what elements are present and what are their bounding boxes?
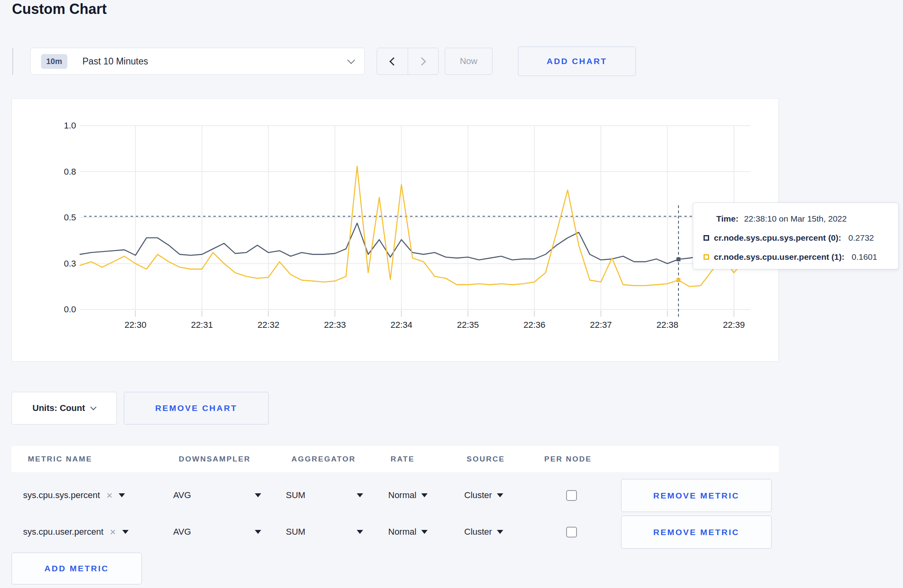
caret-down-icon (421, 493, 428, 497)
remove-metric-button[interactable]: REMOVE METRIC (621, 479, 772, 512)
toolbar-divider (12, 48, 13, 75)
add-chart-button[interactable]: ADD CHART (518, 47, 636, 76)
units-label: Units: Count (33, 403, 85, 413)
downsampler-value: AVG (173, 490, 191, 500)
col-header-rate: RATE (391, 446, 414, 472)
source-select[interactable]: Cluster (464, 514, 503, 550)
col-header-downsampler: DOWNSAMPLER (179, 446, 251, 472)
clear-icon[interactable]: × (110, 527, 116, 537)
source-value: Cluster (464, 490, 492, 500)
caret-down-icon (255, 530, 261, 534)
remove-chart-button[interactable]: REMOVE CHART (124, 392, 269, 424)
tooltip-series-value: 0.1601 (852, 252, 877, 262)
table-header: METRIC NAME DOWNSAMPLER AGGREGATOR RATE … (12, 446, 779, 472)
per-node-checkbox[interactable] (566, 527, 577, 537)
rate-select[interactable]: Normal (388, 477, 428, 514)
tooltip-series-name: cr.node.sys.cpu.user.percent (1): (714, 252, 844, 262)
col-header-metric-name: METRIC NAME (28, 446, 92, 472)
aggregator-value: SUM (286, 490, 305, 500)
caret-down-icon (497, 493, 503, 497)
metric-row: sys.cpu.user.percent × AVG SUM Normal Cl… (12, 514, 779, 550)
source-value: Cluster (464, 527, 492, 537)
metric-name-value: sys.cpu.user.percent (23, 527, 104, 537)
chevron-left-icon (389, 57, 398, 65)
chart-canvas[interactable] (12, 99, 779, 362)
chart-tooltip: Time: 22:38:10 on Mar 15th, 2022 cr.node… (693, 202, 899, 269)
metric-row: sys.cpu.sys.percent × AVG SUM Normal Clu… (12, 477, 779, 514)
chevron-right-icon (418, 57, 426, 65)
downsampler-select[interactable]: AVG (173, 477, 261, 514)
tooltip-time-label: Time: (716, 214, 739, 224)
downsampler-value: AVG (173, 527, 191, 537)
chevron-down-icon (347, 56, 355, 64)
tooltip-series-name: cr.node.sys.cpu.sys.percent (0): (714, 233, 841, 243)
add-metric-button[interactable]: ADD METRIC (12, 553, 142, 584)
metric-name-select[interactable]: sys.cpu.sys.percent × (23, 477, 125, 514)
caret-down-icon (119, 493, 125, 497)
per-node-checkbox[interactable] (566, 490, 577, 501)
caret-down-icon (122, 530, 129, 534)
metric-name-value: sys.cpu.sys.percent (23, 490, 100, 500)
time-nav-group (377, 48, 439, 75)
caret-down-icon (421, 530, 428, 534)
rate-value: Normal (388, 527, 416, 537)
metric-name-select[interactable]: sys.cpu.user.percent × (23, 514, 129, 550)
clear-icon[interactable]: × (106, 490, 112, 500)
now-button[interactable]: Now (445, 48, 493, 75)
col-header-source: SOURCE (467, 446, 505, 472)
tooltip-time-row: Time: 22:38:10 on Mar 15th, 2022 (716, 209, 898, 228)
aggregator-value: SUM (286, 527, 305, 537)
metrics-table: METRIC NAME DOWNSAMPLER AGGREGATOR RATE … (12, 446, 779, 588)
time-range-badge: 10m (41, 54, 67, 69)
downsampler-select[interactable]: AVG (173, 514, 261, 550)
col-header-aggregator: AGGREGATOR (291, 446, 356, 472)
aggregator-select[interactable]: SUM (286, 514, 363, 550)
chart-card: 0.00.30.50.81.022:3022:3122:3222:3322:34… (12, 98, 779, 362)
tooltip-series-row: cr.node.sys.cpu.sys.percent (0): 0.2732 (704, 228, 898, 247)
tooltip-series-value: 0.2732 (848, 233, 874, 243)
rate-select[interactable]: Normal (388, 514, 428, 550)
custom-chart-page: Custom Chart 10m Past 10 Minutes Now ADD… (0, 0, 903, 588)
time-range-label: Past 10 Minutes (82, 56, 148, 67)
units-select[interactable]: Units: Count (12, 392, 117, 424)
caret-down-icon (357, 530, 363, 534)
remove-metric-button[interactable]: REMOVE METRIC (621, 516, 772, 549)
col-header-per-node: PER NODE (544, 446, 592, 472)
previous-timeframe-button[interactable] (377, 48, 408, 74)
rate-value: Normal (388, 490, 416, 500)
aggregator-select[interactable]: SUM (286, 477, 363, 514)
tooltip-series-row: cr.node.sys.cpu.user.percent (1): 0.1601 (704, 247, 898, 267)
tooltip-time-value: 22:38:10 on Mar 15th, 2022 (744, 214, 847, 224)
caret-down-icon (357, 493, 363, 497)
chevron-down-icon (90, 404, 97, 411)
user-series-swatch-icon (704, 254, 709, 260)
time-range-select[interactable]: 10m Past 10 Minutes (30, 48, 365, 75)
sys-series-swatch-icon (704, 235, 709, 241)
source-select[interactable]: Cluster (464, 477, 503, 514)
caret-down-icon (255, 493, 261, 497)
page-title: Custom Chart (12, 1, 107, 18)
caret-down-icon (497, 530, 503, 534)
next-timeframe-button[interactable] (408, 48, 439, 74)
